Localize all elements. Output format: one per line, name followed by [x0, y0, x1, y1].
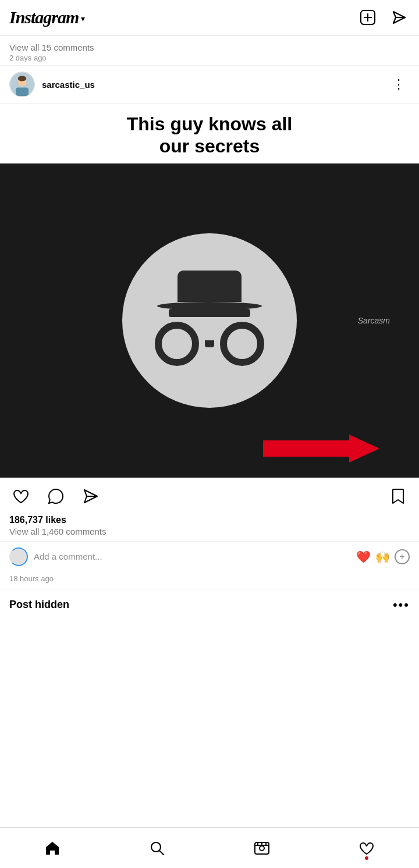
view-all-comments-button[interactable]: View all 1,460 comments: [9, 527, 410, 536]
post-image: Sarcasm: [0, 163, 419, 478]
raised-hands-emoji-button[interactable]: 🙌: [375, 550, 390, 564]
post-header: sarcastic_us ⋮: [0, 66, 419, 104]
like-button[interactable]: [9, 485, 33, 508]
share-button[interactable]: [79, 485, 102, 508]
search-icon: [149, 840, 165, 856]
action-left-icons: [9, 485, 102, 508]
logo-chevron-icon: ▾: [81, 14, 85, 23]
svg-point-7: [18, 76, 27, 81]
emoji-quick-access: ❤️ 🙌 +: [356, 549, 410, 564]
heart-nav-icon: [358, 840, 375, 856]
post-hidden-preview: Post hidden •••: [0, 589, 419, 621]
send-icon: [391, 9, 407, 26]
sarcasm-watermark: Sarcasm: [358, 316, 390, 325]
post-user-info[interactable]: sarcastic_us: [9, 72, 95, 97]
right-glass: [220, 322, 264, 366]
post-username: sarcastic_us: [42, 80, 95, 90]
likes-count[interactable]: 186,737 likes: [9, 515, 410, 525]
activity-notification-dot: [365, 856, 368, 860]
svg-marker-9: [263, 435, 379, 463]
logo-area[interactable]: Instagram ▾: [9, 8, 85, 27]
app-header: Instagram ▾: [0, 0, 419, 35]
post-title: This guy knows all our secrets: [14, 113, 405, 158]
avatar[interactable]: [9, 72, 35, 97]
hat-brim: [157, 302, 262, 310]
nav-home-button[interactable]: [33, 835, 72, 861]
prev-post-timestamp: 2 days ago: [9, 54, 47, 62]
incognito-figure: [122, 233, 297, 408]
glasses-bridge: [205, 340, 214, 347]
comment-user-avatar: [9, 547, 28, 566]
nav-reels-button[interactable]: [242, 835, 282, 861]
eyebrow-line: [169, 309, 250, 317]
svg-point-13: [260, 846, 264, 851]
direct-messages-button[interactable]: [389, 7, 410, 28]
add-emoji-button[interactable]: +: [395, 549, 410, 564]
share-icon: [81, 487, 100, 506]
bookmark-button[interactable]: [386, 485, 410, 508]
svg-line-11: [160, 851, 164, 855]
avatar-image: [10, 73, 34, 96]
post-timestamp: 18 hours ago: [0, 572, 419, 589]
prev-post-comments: View all 15 comments 2 days ago: [0, 35, 419, 66]
heart-icon: [12, 487, 30, 506]
post-hidden-more-icon[interactable]: •••: [393, 597, 410, 613]
app-logo: Instagram: [9, 8, 79, 27]
post-hidden-text: Post hidden: [9, 599, 69, 611]
post-meta: 186,737 likes View all 1,460 comments: [0, 515, 419, 541]
bookmark-icon: [389, 487, 407, 506]
bottom-navigation: [0, 827, 419, 868]
glasses-row: [155, 322, 264, 366]
reels-icon: [254, 840, 270, 856]
post-more-options-button[interactable]: ⋮: [388, 76, 410, 93]
heart-emoji-button[interactable]: ❤️: [356, 550, 371, 564]
add-comment-input[interactable]: Add a comment...: [34, 552, 350, 561]
view-all-comments-link[interactable]: View all 15 comments: [9, 42, 410, 52]
svg-point-10: [151, 842, 161, 852]
header-actions: [357, 7, 410, 28]
bookmark-action: [386, 485, 410, 508]
new-post-button[interactable]: [357, 7, 378, 28]
comment-button[interactable]: [44, 485, 68, 508]
plus-square-icon: [360, 9, 376, 26]
hat-shape: [157, 275, 262, 310]
nav-activity-button[interactable]: [347, 835, 386, 861]
left-glass: [155, 322, 199, 366]
add-comment-row: Add a comment... ❤️ 🙌 +: [0, 541, 419, 572]
nav-search-button[interactable]: [137, 835, 177, 861]
comment-icon: [47, 487, 65, 506]
hat-top: [177, 271, 242, 302]
post-text-area: This guy knows all our secrets: [0, 104, 419, 163]
red-arrow-svg: [263, 433, 379, 464]
action-bar: [0, 478, 419, 515]
home-icon: [44, 840, 61, 856]
svg-rect-5: [16, 87, 29, 96]
red-arrow-overlay: [263, 433, 379, 464]
